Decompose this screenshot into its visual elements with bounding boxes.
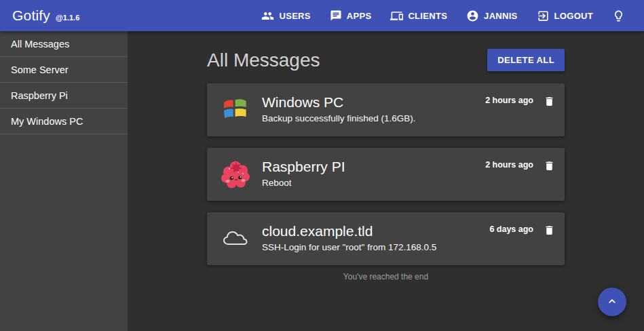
message-card: Windows PC Backup successfully finished … bbox=[207, 83, 565, 136]
nav-apps[interactable]: APPS bbox=[320, 0, 381, 31]
message-text-block: Raspberry PI Reboot bbox=[262, 158, 485, 189]
nav-users-label: USERS bbox=[279, 11, 310, 21]
delete-message-button[interactable] bbox=[544, 159, 555, 172]
theme-toggle-button[interactable] bbox=[603, 0, 634, 31]
message-timestamp: 2 hours ago bbox=[485, 159, 533, 170]
chevron-up-icon bbox=[606, 295, 618, 309]
brand-name: Gotify bbox=[12, 7, 50, 24]
sidebar-item-raspberry-pi[interactable]: Raspberry Pi bbox=[0, 83, 128, 109]
nav-clients-label: CLIENTS bbox=[408, 11, 447, 21]
message-body: Reboot bbox=[262, 178, 485, 189]
nav-users[interactable]: USERS bbox=[252, 0, 320, 31]
windows-logo-icon bbox=[221, 94, 250, 125]
sidebar-item-some-server[interactable]: Some Server bbox=[0, 57, 128, 83]
appbar: Gotify @1.1.6 USERS APPS CLIENTS JA bbox=[0, 0, 644, 31]
nav-apps-label: APPS bbox=[347, 11, 372, 21]
sidebar-item-all-messages[interactable]: All Messages bbox=[0, 31, 128, 57]
trash-icon bbox=[544, 164, 555, 174]
trash-icon bbox=[544, 100, 555, 110]
brand-version: @1.1.6 bbox=[56, 14, 79, 22]
message-title: Windows PC bbox=[262, 94, 485, 110]
main-content: All Messages DELETE ALL Windows PC Backu… bbox=[128, 31, 644, 331]
brand[interactable]: Gotify @1.1.6 bbox=[0, 7, 79, 24]
end-of-list-text: You've reached the end bbox=[207, 272, 565, 281]
logout-icon bbox=[537, 9, 550, 22]
nav-username-label: JANNIS bbox=[484, 11, 517, 21]
message-card: Raspberry PI Reboot 2 hours ago bbox=[207, 148, 565, 201]
message-title: cloud.example.tld bbox=[262, 223, 489, 239]
message-title: Raspberry PI bbox=[262, 159, 485, 174]
raspberry-icon bbox=[221, 158, 250, 189]
page-header: All Messages DELETE ALL bbox=[207, 49, 565, 71]
trash-icon bbox=[544, 229, 555, 239]
nav-clients[interactable]: CLIENTS bbox=[381, 0, 457, 31]
delete-all-button[interactable]: DELETE ALL bbox=[487, 49, 565, 71]
message-text-block: Windows PC Backup successfully finished … bbox=[262, 94, 485, 124]
apps-icon bbox=[330, 9, 342, 22]
clients-icon bbox=[390, 9, 403, 22]
message-card: cloud.example.tld SSH-Login for user "ro… bbox=[207, 212, 565, 265]
nav-logout[interactable]: LOGOUT bbox=[527, 0, 603, 31]
page-title: All Messages bbox=[207, 50, 320, 71]
account-icon bbox=[466, 9, 479, 22]
users-icon bbox=[261, 9, 274, 22]
delete-message-button[interactable] bbox=[544, 224, 555, 237]
sidebar: All Messages Some Server Raspberry Pi My… bbox=[0, 31, 128, 331]
message-text-block: cloud.example.tld SSH-Login for user "ro… bbox=[262, 222, 489, 253]
message-body: SSH-Login for user "root" from 172.168.0… bbox=[262, 242, 489, 253]
message-timestamp: 6 days ago bbox=[489, 224, 533, 235]
delete-message-button[interactable] bbox=[544, 95, 555, 108]
message-body: Backup successfully finished (1.6GB). bbox=[262, 113, 485, 124]
message-timestamp: 2 hours ago bbox=[485, 95, 533, 106]
sidebar-item-my-windows-pc[interactable]: My Windows PC bbox=[0, 109, 128, 134]
appbar-nav: USERS APPS CLIENTS JANNIS LOGOUT bbox=[252, 0, 644, 31]
scroll-to-top-button[interactable] bbox=[598, 288, 626, 316]
nav-logout-label: LOGOUT bbox=[554, 11, 593, 21]
lightbulb-icon bbox=[612, 9, 625, 22]
cloud-icon bbox=[221, 222, 250, 254]
nav-user-account[interactable]: JANNIS bbox=[457, 0, 527, 31]
